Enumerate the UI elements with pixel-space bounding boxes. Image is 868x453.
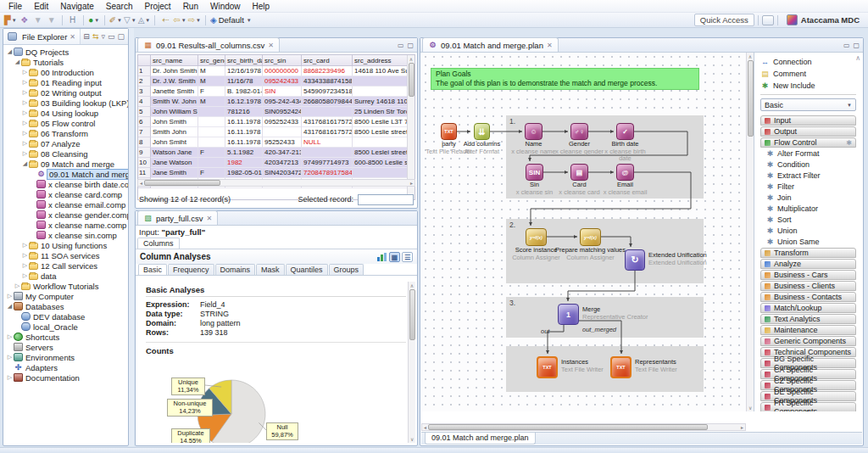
tree-item[interactable]: ▷02 Writing output: [3, 87, 128, 98]
column-header[interactable]: src_gender: [198, 55, 225, 66]
expand-icon[interactable]: ▷: [14, 282, 21, 289]
tree-item[interactable]: x cleanse birth date.comp: [3, 179, 128, 189]
column-header[interactable]: src_card: [302, 55, 353, 66]
collapse-icon[interactable]: ◢: [6, 303, 14, 310]
expand-icon[interactable]: ▷: [21, 89, 29, 96]
table-row[interactable]: 4Smith W. JohnM16.12.1978095-242-4342668…: [138, 97, 415, 107]
selected-record-input[interactable]: [358, 194, 414, 205]
type-hierarchy-button[interactable]: H: [67, 14, 79, 26]
table-row[interactable]: 11Jane SmithF1982-05-01SIN42034721372084…: [138, 168, 415, 178]
tree-item[interactable]: ◢Databases: [3, 301, 128, 311]
palette-section-business-cars[interactable]: Business - Cars: [760, 270, 856, 280]
tree-item[interactable]: DEV database: [3, 311, 128, 322]
file-explorer-tab[interactable]: File Explorer ✕: [3, 29, 81, 44]
tree-item[interactable]: ▷04 Using lookup: [3, 108, 128, 118]
tree-item[interactable]: x cleanse email.comp: [3, 199, 128, 210]
palette-item-union[interactable]: ✱Union: [760, 225, 856, 236]
close-icon[interactable]: ✕: [70, 33, 75, 41]
tree-item[interactable]: ◢09 Match and merge: [3, 159, 128, 169]
table-row[interactable]: 1Dr. John SmithM12/16/197800000000088682…: [138, 66, 415, 76]
tree-item[interactable]: ▷07 Analyze: [3, 138, 128, 148]
tab-results-csv[interactable]: ▦ 09.01 Results-all_columns.csv ✕: [137, 37, 280, 52]
menu-navigate[interactable]: Navigate: [54, 1, 99, 12]
maximize-icon[interactable]: ▢: [117, 32, 125, 41]
close-icon[interactable]: ✕: [206, 215, 212, 222]
open-perspective-icon[interactable]: [762, 15, 774, 25]
palette-item-condition[interactable]: ✱Condition: [760, 159, 856, 170]
tree-item[interactable]: ▷10 Using functions: [3, 240, 128, 250]
menu-help[interactable]: Help: [247, 1, 276, 12]
collapse-icon[interactable]: ◢: [21, 160, 29, 167]
tree-item[interactable]: ▷My Computer: [3, 291, 128, 301]
tree-item[interactable]: ✣Adapters: [3, 362, 128, 372]
expand-icon[interactable]: ▷: [21, 79, 29, 86]
menu-search[interactable]: Search: [100, 1, 139, 12]
node-sin[interactable]: SIN: [526, 164, 543, 181]
tree-item[interactable]: ◢Tutorials: [3, 57, 128, 67]
node-instances[interactable]: TXT: [537, 356, 558, 378]
grid-view-toggle[interactable]: ▦: [389, 252, 400, 262]
tree-item[interactable]: ◢DQ Projects: [3, 47, 128, 57]
palette-section-input[interactable]: Input: [760, 115, 856, 126]
tree-item[interactable]: ▷Shortcuts: [3, 332, 128, 342]
expand-icon[interactable]: ▷: [21, 262, 29, 269]
node-email[interactable]: @: [616, 164, 634, 181]
palette-section-business-contacts[interactable]: Business - Contacts: [760, 292, 856, 302]
palette-section-text-analytics[interactable]: Text Analytics: [760, 314, 856, 324]
table-vertical-scrollbar[interactable]: ∧∨: [407, 55, 415, 199]
tree-item[interactable]: local_Oracle: [3, 322, 128, 332]
tree-item[interactable]: ▷01 Reading input: [3, 77, 128, 87]
palette-filter-dropdown[interactable]: Basic ▼: [760, 98, 856, 111]
open-resource-button[interactable]: ❖: [19, 14, 31, 26]
plan-bottom-tab[interactable]: 09.01 Match and merge.plan: [425, 433, 536, 445]
last-edit-button[interactable]: ⇠: [159, 14, 171, 26]
node-party[interactable]: TXT: [441, 123, 457, 140]
expand-icon[interactable]: ▷: [21, 69, 29, 76]
tree-item[interactable]: x cleanse sin.comp: [3, 230, 128, 240]
expand-icon[interactable]: ▷: [21, 109, 29, 116]
expand-icon[interactable]: ▷: [21, 120, 29, 126]
save-all-button[interactable]: ▼: [46, 14, 58, 26]
tab-party-full-csv[interactable]: ▧ party_full.csv ✕: [137, 210, 218, 225]
tab-columns[interactable]: Columns: [137, 238, 180, 249]
plan-comment[interactable]: Plan GoalsThe goal of this plan is to de…: [431, 68, 699, 90]
collapse-icon[interactable]: ◢: [6, 48, 14, 55]
palette-item-union-same[interactable]: ✱Union Same: [760, 236, 856, 247]
tree-item[interactable]: ▷Workflow Tutorials: [3, 281, 128, 291]
expand-icon[interactable]: ▷: [21, 242, 29, 249]
close-icon[interactable]: ✕: [547, 42, 553, 49]
import-button[interactable]: ◬▼: [138, 14, 151, 26]
panel-sash[interactable]: [128, 28, 134, 446]
palette-item-alter-format[interactable]: ✱Alter Format: [760, 148, 856, 159]
plan-canvas[interactable]: 1.2.3.Plan GoalsThe goal of this plan is…: [421, 53, 746, 411]
pin-icon[interactable]: ✱: [846, 139, 852, 147]
node-merge[interactable]: 1: [558, 304, 579, 325]
node-birth-date[interactable]: ✓: [616, 123, 634, 140]
tree-item[interactable]: x cleanse name.comp: [3, 220, 128, 230]
run-profile-button[interactable]: ●▼: [88, 14, 100, 26]
minimize-icon[interactable]: ▭: [843, 42, 850, 49]
tree-item[interactable]: ⚙09.01 Match and merge.plan: [3, 169, 128, 179]
plan-horizontal-scrollbar[interactable]: ◂▸: [421, 423, 746, 431]
table-horizontal-scrollbar[interactable]: ◂▸: [137, 179, 415, 187]
expand-icon[interactable]: ▷: [21, 272, 29, 279]
tab-quantiles[interactable]: Quantiles: [286, 264, 328, 275]
expand-icon[interactable]: ▷: [6, 354, 14, 361]
palette-section-output[interactable]: Output: [760, 126, 856, 137]
node-representants[interactable]: TXT: [610, 356, 632, 378]
palette-section-analyze[interactable]: Analyze: [760, 259, 856, 269]
menu-run[interactable]: Run: [177, 1, 204, 12]
list-view-toggle[interactable]: ☰: [402, 252, 413, 262]
maximize-icon[interactable]: ▢: [853, 42, 860, 49]
tab-basic[interactable]: Basic: [138, 264, 167, 275]
link-editor-icon[interactable]: ⇆: [92, 32, 99, 41]
tree-item[interactable]: ▷Documentation: [3, 372, 128, 383]
node-gender[interactable]: ♂♀: [570, 123, 588, 140]
expand-icon[interactable]: ▷: [6, 374, 14, 381]
perspective-button[interactable]: Ataccama MDC: [787, 14, 860, 25]
chart-icon[interactable]: [376, 252, 387, 262]
plan-vertical-scrollbar[interactable]: ∧∨: [746, 53, 754, 411]
table-row[interactable]: 3Janette SmithFB. 1982-01-05SIN545909723…: [138, 87, 415, 97]
tree-item[interactable]: ▷00 Introduction: [3, 67, 128, 77]
table-row[interactable]: 2Dr. J.W. SmithM11/16/780952424334334338…: [138, 76, 415, 87]
